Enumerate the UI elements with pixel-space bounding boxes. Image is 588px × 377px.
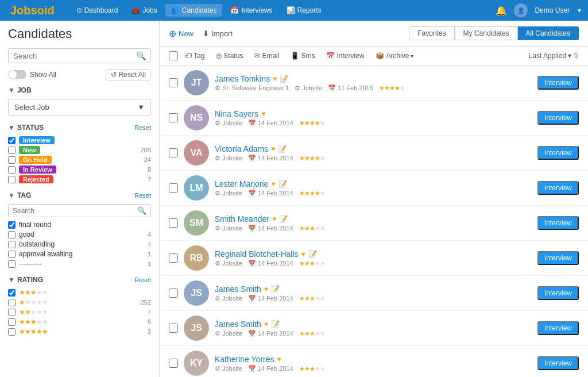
tag-count-good: 4 (148, 231, 151, 238)
candidate-row: SM Smith Meander ♥ 📝 ⚙Jobsite 📅14 Feb 20… (160, 206, 588, 241)
candidate-name[interactable]: Victoria Adams ♥ 📝 (215, 144, 532, 153)
candidate-meta: ⚙Jobsite 📅14 Feb 2014 ★★★★★ (215, 155, 532, 162)
candidate-select-checkbox[interactable] (169, 359, 178, 368)
candidate-meta: ⚙Jobsite 📅14 Feb 2014 ★★★★★ (215, 190, 532, 197)
candidate-name[interactable]: James Tomkins ♥ 📝 (215, 74, 532, 83)
status-button[interactable]: ◎ Status (211, 50, 247, 61)
candidate-name[interactable]: James Smith ♥ 📝 (215, 284, 532, 294)
import-button[interactable]: ⬇ Import (203, 29, 233, 38)
candidate-date: 📅14 Feb 2014 (248, 295, 293, 302)
user-label[interactable]: Demo User (535, 6, 570, 14)
sort-control[interactable]: Last Applied ▾ ⇅ (529, 52, 579, 60)
candidate-name[interactable]: Katherine Yorres ♥ (215, 355, 532, 364)
archive-button[interactable]: 📦 Archive ▾ (371, 50, 418, 61)
candidate-subtitle: ⚙Sr. Software Engineer 1 (215, 84, 289, 92)
candidate-row: NS Nina Sayers ♥ ⚙Jobsite 📅14 Feb 2014 ★… (160, 101, 588, 136)
notifications-icon[interactable]: 🔔 (496, 5, 507, 16)
rating-checkbox-3b[interactable] (8, 318, 16, 326)
logo[interactable]: Jobsoid (6, 3, 59, 18)
interview-action-button[interactable]: Interview (537, 111, 579, 125)
user-dropdown-icon[interactable]: ▼ (577, 7, 582, 14)
interview-action-button[interactable]: Interview (537, 146, 579, 160)
rating-checkbox-5[interactable] (8, 328, 16, 336)
status-checkbox-onhold[interactable] (8, 156, 16, 164)
select-all-checkbox[interactable] (169, 51, 178, 60)
candidate-source: ⚙Jobsite (215, 330, 242, 337)
tag-checkbox-good[interactable] (8, 231, 16, 238)
rating-checkbox-1[interactable] (8, 299, 16, 306)
status-reset-link[interactable]: Reset (134, 124, 151, 131)
tag-label-outstanding: outstanding (19, 240, 144, 248)
nav-reports[interactable]: 📊 Reports (281, 4, 327, 17)
candidate-rating: ★★★★★ (299, 330, 325, 337)
search-box: 🔍 (8, 48, 151, 63)
tag-label-misc: ---------- (19, 260, 144, 268)
tab-all-candidates[interactable]: All Candidates (518, 26, 579, 40)
candidate-name[interactable]: Nina Sayers ♥ (215, 109, 532, 118)
heart-icon: ♥ (271, 180, 275, 188)
candidate-meta: ⚙Jobsite 📅14 Feb 2014 ★★★★★ (215, 365, 532, 372)
interview-action-button[interactable]: Interview (537, 76, 579, 90)
job-select[interactable]: Select Job ▼ (8, 99, 151, 116)
sms-button[interactable]: 📱 Sms (286, 50, 319, 61)
new-button[interactable]: ⊕ New (169, 28, 194, 39)
candidate-select-checkbox[interactable] (169, 253, 178, 263)
candidate-select-checkbox[interactable] (169, 113, 178, 122)
rating-checkbox-3[interactable] (8, 289, 16, 297)
view-tabs: Favorites My Candidates All Candidates (409, 26, 579, 40)
rating-stars-3b: ★★★★★ (19, 318, 48, 326)
tag-button[interactable]: 🏷 Tag (180, 50, 209, 61)
nav-jobs[interactable]: 💼 Jobs (126, 4, 163, 17)
candidate-name[interactable]: Smith Meander ♥ 📝 (215, 214, 532, 224)
dashboard-icon: ⊙ (76, 6, 82, 14)
show-all-toggle[interactable] (8, 70, 26, 79)
tag-checkbox-approvalwaiting[interactable] (8, 251, 16, 258)
candidate-name[interactable]: James Smith ♥ 📝 (215, 320, 532, 329)
interview-action-button[interactable]: Interview (537, 286, 579, 300)
candidate-name[interactable]: Lester Marjorie ♥ 📝 (215, 179, 532, 188)
status-checkbox-inreview[interactable] (8, 166, 16, 174)
tag-reset-link[interactable]: Reset (134, 192, 151, 199)
rating-stars-5: ★★★★★ (19, 328, 48, 336)
interview-action-button[interactable]: Interview (537, 356, 579, 370)
nav-interviews[interactable]: 📅 Interviews (225, 4, 278, 17)
candidate-select-checkbox[interactable] (169, 148, 178, 157)
job-filter-title: ▼ JOB (8, 86, 32, 94)
calendar-icon: 📅 (248, 155, 256, 162)
interview-action-button[interactable]: Interview (537, 216, 579, 230)
candidate-select-checkbox[interactable] (169, 78, 178, 87)
calendar-icon: 📅 (248, 365, 256, 372)
search-input[interactable] (13, 52, 136, 60)
candidate-select-checkbox[interactable] (169, 218, 178, 228)
nav-candidates[interactable]: 👥 Candidates (165, 4, 223, 17)
rating-reset-link[interactable]: Reset (134, 276, 151, 283)
tag-checkbox-misc[interactable] (8, 260, 16, 268)
tag-checkbox-finalround[interactable] (8, 221, 16, 229)
tab-my-candidates[interactable]: My Candidates (455, 26, 518, 40)
interview-action-button[interactable]: Interview (537, 251, 579, 265)
avatar: 👤 (514, 3, 528, 17)
sort-direction-icon[interactable]: ⇅ (573, 52, 579, 60)
reset-all-button[interactable]: ↺ Reset All (106, 69, 151, 80)
candidate-name[interactable]: Reginald Blotchet-Halls ♥ 📝 (215, 249, 532, 259)
tag-search-input[interactable] (13, 207, 137, 215)
candidate-select-checkbox[interactable] (169, 288, 178, 298)
status-badge-inreview: In Review (19, 166, 56, 174)
candidate-select-checkbox[interactable] (169, 183, 178, 193)
heart-icon: ♥ (273, 75, 277, 83)
heart-icon: ♥ (272, 215, 276, 223)
status-checkbox-interview[interactable] (8, 137, 16, 144)
nav-dashboard[interactable]: ⊙ Dashboard (71, 4, 124, 17)
rating-checkbox-2[interactable] (8, 309, 16, 316)
interview-action-button[interactable]: Interview (537, 181, 579, 195)
candidate-select-checkbox[interactable] (169, 324, 178, 333)
tag-icon: 🏷 (185, 52, 192, 60)
tab-favorites[interactable]: Favorites (409, 26, 454, 40)
status-checkbox-new[interactable] (8, 147, 16, 154)
interview-button[interactable]: 📅 Interview (322, 50, 369, 61)
email-button[interactable]: ✉ Email (250, 50, 284, 61)
tag-checkbox-outstanding[interactable] (8, 241, 16, 248)
status-checkbox-rejected[interactable] (8, 176, 16, 183)
interview-action-button[interactable]: Interview (537, 321, 579, 335)
candidate-source: ⚙Jobsite (215, 295, 242, 302)
